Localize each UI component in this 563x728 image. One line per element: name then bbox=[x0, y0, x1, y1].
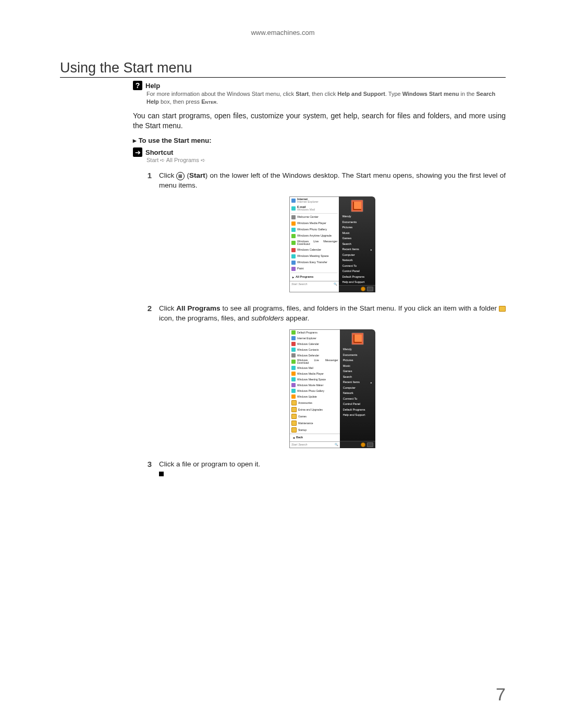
intro-paragraph: You can start programs, open files, cust… bbox=[133, 111, 506, 131]
program-item: Windows Live Messenger Download bbox=[290, 359, 340, 365]
program-item: Windows Mail bbox=[290, 365, 340, 371]
right-panel-item: Help and Support bbox=[340, 413, 375, 418]
help-label: Help bbox=[145, 82, 160, 90]
right-panel-item: Documents bbox=[340, 352, 375, 358]
program-item: Windows Live Messenger Download bbox=[290, 239, 339, 247]
right-panel-item: Recent Items bbox=[340, 380, 375, 386]
program-item: Windows Easy Transfer bbox=[290, 260, 339, 266]
back-item: Back bbox=[290, 434, 340, 441]
program-icon bbox=[291, 199, 296, 203]
program-icon bbox=[291, 206, 296, 211]
right-panel-item: Documents bbox=[339, 219, 375, 225]
program-item: Windows Media Player bbox=[290, 220, 339, 227]
right-panel-item: Search bbox=[340, 374, 375, 380]
right-panel-item: Wendy bbox=[340, 347, 375, 353]
program-icon bbox=[291, 383, 296, 387]
program-icon bbox=[291, 400, 297, 405]
program-item: Windows Defender bbox=[290, 353, 340, 359]
right-panel-item: Music bbox=[340, 363, 375, 369]
right-panel-item: Connect To bbox=[340, 396, 375, 402]
all-programs-item: All Programs bbox=[290, 274, 339, 281]
program-item: Windows Contacts bbox=[290, 347, 340, 353]
step-number: 3 bbox=[143, 460, 152, 478]
program-icon bbox=[291, 228, 296, 232]
start-search-box: Start Search🔍 bbox=[290, 281, 339, 287]
help-text: For more information about the Windows S… bbox=[146, 90, 506, 106]
program-item: Windows Media Player bbox=[290, 371, 340, 377]
right-panel-item: Wendy bbox=[339, 214, 375, 220]
start-menu-right-panel: WendyDocumentsPicturesMusicGamesSearchRe… bbox=[340, 329, 375, 449]
program-item: Paint bbox=[290, 266, 339, 272]
shortcut-path: Start ➪ All Programs ➪ bbox=[146, 157, 506, 164]
lock-button-icon bbox=[367, 287, 373, 291]
program-item: Internet Explorer bbox=[290, 336, 340, 341]
program-item: Windows Meeting Space bbox=[290, 377, 340, 382]
help-icon: ? bbox=[133, 81, 142, 90]
program-icon bbox=[291, 377, 296, 381]
right-panel-item: Control Panel bbox=[340, 402, 375, 408]
right-panel-item: Computer bbox=[339, 252, 375, 258]
right-panel-item: Default Programs bbox=[340, 407, 375, 413]
program-icon bbox=[291, 241, 296, 245]
program-icon bbox=[291, 215, 296, 219]
program-item: Windows Calendar bbox=[290, 247, 339, 253]
program-item: E-mailWindows Mail bbox=[290, 205, 339, 213]
program-item: Windows Calendar bbox=[290, 341, 340, 347]
program-icon bbox=[291, 267, 296, 271]
right-panel-item: Recent Items bbox=[339, 247, 375, 253]
help-callout: ? Help For more information about the Wi… bbox=[133, 81, 506, 106]
program-item: Windows Anytime Upgrade bbox=[290, 233, 339, 239]
program-item: Windows Update bbox=[290, 394, 340, 400]
program-icon bbox=[291, 394, 296, 399]
program-icon bbox=[291, 372, 296, 376]
right-panel-item: Network bbox=[340, 391, 375, 397]
start-menu-level-1: InternetInternet ExplorerE-mailWindows M… bbox=[289, 196, 375, 293]
right-panel-item: Search bbox=[339, 241, 375, 247]
program-icon bbox=[291, 421, 297, 426]
program-item: Accessories bbox=[290, 400, 340, 406]
page-number: 7 bbox=[496, 684, 506, 705]
right-panel-item: Computer bbox=[340, 385, 375, 391]
program-item: Extras and Upgrades bbox=[290, 406, 340, 413]
right-panel-item: Network bbox=[339, 258, 375, 264]
page-title: Using the Start menu bbox=[60, 60, 506, 76]
step-number: 1 bbox=[143, 171, 152, 300]
right-panel-item: Connect To bbox=[339, 263, 375, 269]
start-orb-icon: ⊞ bbox=[176, 172, 185, 180]
right-panel-item: Pictures bbox=[340, 358, 375, 364]
program-icon bbox=[291, 261, 296, 265]
start-menu-footer bbox=[340, 441, 375, 448]
program-item: Windows Photo Gallery bbox=[290, 388, 340, 394]
program-item: Windows Photo Gallery bbox=[290, 227, 339, 233]
right-panel-item: Default Programs bbox=[339, 274, 375, 280]
right-panel-item: Control Panel bbox=[339, 269, 375, 275]
program-icon bbox=[291, 234, 296, 238]
step-number: 2 bbox=[143, 304, 152, 455]
step-3: 3 Click a file or program to open it. bbox=[143, 460, 506, 478]
power-icon bbox=[361, 287, 365, 291]
program-item: Default Programs bbox=[290, 330, 340, 336]
user-avatar-icon bbox=[351, 332, 364, 345]
program-item: Windows Movie Maker bbox=[290, 382, 340, 388]
program-icon bbox=[291, 414, 297, 419]
program-icon bbox=[291, 427, 297, 433]
search-icon: 🔍 bbox=[335, 443, 338, 447]
start-menu-right-panel: WendyDocumentsPicturesMusicGamesSearchRe… bbox=[339, 196, 375, 293]
right-panel-item: Games bbox=[339, 236, 375, 242]
program-icon bbox=[291, 221, 296, 226]
title-rule bbox=[60, 77, 506, 78]
shortcut-label: Shortcut bbox=[145, 149, 173, 156]
program-item: Maintenance bbox=[290, 420, 340, 427]
program-icon bbox=[291, 353, 296, 357]
program-icon bbox=[291, 407, 297, 412]
right-panel-item: Pictures bbox=[339, 225, 375, 231]
header-url: www.emachines.com bbox=[60, 29, 506, 36]
right-panel-item: Help and Support bbox=[339, 280, 375, 286]
program-item: Games bbox=[290, 413, 340, 420]
folder-icon bbox=[499, 306, 506, 312]
program-icon bbox=[291, 366, 296, 370]
program-icon bbox=[291, 389, 296, 393]
arrow-right-icon: ➔ bbox=[133, 147, 142, 157]
program-icon bbox=[291, 254, 296, 258]
start-search-box: Start Search🔍 bbox=[290, 441, 340, 448]
